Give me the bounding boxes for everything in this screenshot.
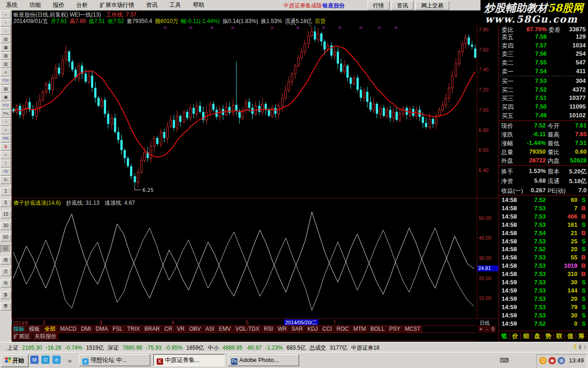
indicator-tab-BOLL[interactable]: BOLL [369, 326, 387, 333]
f12-icon[interactable]: F12 [0, 102, 11, 109]
tape-row-5[interactable]: 14:587.5325S [499, 238, 588, 246]
tape-tab-价[interactable]: 价 [510, 333, 521, 340]
indicator-tab-PSY[interactable]: PSY [387, 326, 402, 333]
tape-row-3[interactable]: 14:587.53161S [499, 221, 588, 230]
zoom-button-2[interactable]: 0 [490, 326, 496, 333]
menu-item-2[interactable]: 报价 [47, 0, 70, 10]
indicator-tab-VOL-TDX[interactable]: VOL-TDX [233, 326, 261, 333]
period-30[interactable]: 30 [0, 222, 11, 230]
indicator-tab-DMI[interactable]: DMI [79, 326, 93, 333]
indicator-tab-OBV[interactable]: OBV [187, 326, 203, 333]
tape-row-8[interactable]: 14:587.531019B [499, 262, 588, 270]
rsi-icon[interactable]: RSI [0, 135, 11, 143]
candlestick-chart[interactable] [11, 24, 477, 197]
tape-row-11[interactable]: 14:597.53144S [499, 287, 588, 295]
menu-button-2[interactable]: 网上交易 [415, 1, 449, 10]
task-button-1[interactable]: K中原证券集... [153, 354, 225, 366]
indicator-tab-CCI[interactable]: CCI [321, 326, 334, 333]
globe-icon[interactable]: ◍ [558, 357, 565, 364]
bid-row-3[interactable]: 买四7.5011095 [499, 103, 588, 111]
menu-item-7[interactable]: 帮助 [187, 0, 210, 10]
mail-icon[interactable]: M [30, 356, 39, 364]
indicator-tab-指标[interactable]: 指标 [11, 326, 27, 333]
up-icon[interactable]: ↑ [0, 19, 11, 27]
tape-tab-筹[interactable]: 筹 [576, 333, 587, 340]
tape-tab-细[interactable]: 细 [521, 333, 532, 340]
period-5[interactable]: 5 [0, 199, 11, 207]
move-icon[interactable]: + [0, 151, 11, 159]
bid-row-4[interactable]: 买五7.4910102 [499, 112, 588, 120]
tape-row-14[interactable]: 14:597.5330S [499, 312, 588, 320]
indicator-tab-CR[interactable]: CR [163, 326, 175, 333]
ask-row-0[interactable]: 卖五7.58129 [499, 33, 588, 41]
zoom-button-1[interactable]: - [484, 326, 490, 333]
period-周[interactable]: 周 [0, 257, 11, 264]
bid-row-0[interactable]: 买一7.53304 [499, 77, 588, 86]
extension-tab-关联报价[interactable]: 关联报价 [33, 333, 59, 340]
f5-icon[interactable]: F5 [0, 168, 11, 176]
period-季[interactable]: 季 [0, 303, 11, 310]
period-60[interactable]: 60 [0, 234, 11, 242]
menu-item-3[interactable]: 分析 [70, 0, 94, 10]
tape-row-10[interactable]: 14:597.5330S [499, 279, 588, 287]
task-button-0[interactable]: e理想论坛 中... [79, 354, 150, 366]
task-button-2[interactable]: PsAdobe Photo... [228, 354, 299, 366]
indicator-tab-SAR[interactable]: SAR [289, 326, 305, 333]
tape-row-15[interactable]: 14:597.520S [499, 320, 588, 328]
period-15[interactable]: 15 [0, 211, 11, 218]
grid-icon[interactable]: ▦ [0, 44, 11, 52]
tape-row-0[interactable]: 14:587.5260S [499, 196, 588, 205]
zoom-button-0[interactable]: + [478, 326, 484, 333]
indicator-tab-MTM[interactable]: MTM [351, 326, 368, 333]
extension-tab-扩展区[interactable]: 扩展区 [11, 333, 32, 340]
s-icon[interactable]: S [0, 143, 11, 151]
f10-icon[interactable]: F10 [0, 77, 11, 85]
oscillator-chart[interactable] [11, 208, 477, 318]
pinwheel-icon[interactable]: ◉ [548, 357, 556, 364]
menu-item-5[interactable]: 资讯 [140, 0, 164, 10]
back-icon[interactable]: ← [0, 11, 11, 18]
tape-row-6[interactable]: 14:587.5220S [499, 246, 588, 254]
tape-row-9[interactable]: 14:587.53310B [499, 270, 588, 279]
menu-item-6[interactable]: 工具 [164, 0, 187, 10]
ask-row-4[interactable]: 卖一7.54411 [499, 68, 588, 76]
keyboard-icon[interactable]: ⌨ [500, 356, 509, 364]
clock-icon[interactable]: ◔ [0, 118, 11, 126]
indicator-tab-MCST[interactable]: MCST [403, 326, 423, 333]
tape-row-13[interactable]: 14:597.5379S [499, 304, 588, 312]
media-icon[interactable]: O [41, 356, 50, 364]
tape-row-7[interactable]: 14:587.5355B [499, 254, 588, 262]
indicator-tab-WR[interactable]: WR [276, 326, 289, 333]
tape-row-12[interactable]: 14:597.5320S [499, 295, 588, 304]
pencil-icon[interactable]: / [0, 160, 11, 167]
bid-row-1[interactable]: 买二7.524372 [499, 86, 588, 94]
ie-icon[interactable]: e [52, 356, 61, 364]
ask-row-3[interactable]: 卖二7.55547 [499, 59, 588, 67]
period-月[interactable]: 月 [0, 268, 11, 276]
refresh-icon[interactable]: ↻ [0, 176, 11, 184]
period-N[interactable]: N [0, 280, 11, 288]
ask-row-1[interactable]: 卖四7.571034 [499, 42, 588, 50]
tape-row-2[interactable]: 14:587.53406B [499, 213, 588, 221]
period-日[interactable]: 日 [0, 245, 11, 253]
indicator-tab-FSL[interactable]: FSL [111, 326, 125, 333]
report-icon[interactable]: ▤ [0, 35, 11, 43]
tape-tab-联[interactable]: 联 [554, 333, 565, 340]
trend-icon[interactable]: ▧ [0, 52, 11, 60]
qq-icon[interactable]: Q [539, 357, 547, 364]
list-icon[interactable]: ≡ [0, 69, 11, 76]
kline-icon[interactable]: ▥ [0, 60, 11, 68]
indicator-tab-TRIX[interactable]: TRIX [125, 326, 142, 333]
indicator-tab-ASI[interactable]: ASI [204, 326, 216, 333]
indicator-tab-DMA[interactable]: DMA [94, 326, 110, 333]
menu-item-4[interactable]: 扩展市场行情 [94, 0, 140, 10]
tape-row-1[interactable]: 14:587.537B [499, 205, 588, 213]
period-多[interactable]: 多 [0, 291, 11, 299]
indicator-tab-MACD[interactable]: MACD [58, 326, 79, 333]
indicator-tab-KDJ[interactable]: KDJ [305, 326, 320, 333]
image-icon[interactable]: ▨ [0, 85, 11, 93]
percent-icon[interactable]: 7% [0, 110, 11, 118]
block-icon[interactable]: ▣ [0, 93, 11, 101]
indicator-tab-模板[interactable]: 模板 [27, 326, 42, 333]
indicator-tab-BRAR[interactable]: BRAR [142, 326, 162, 333]
